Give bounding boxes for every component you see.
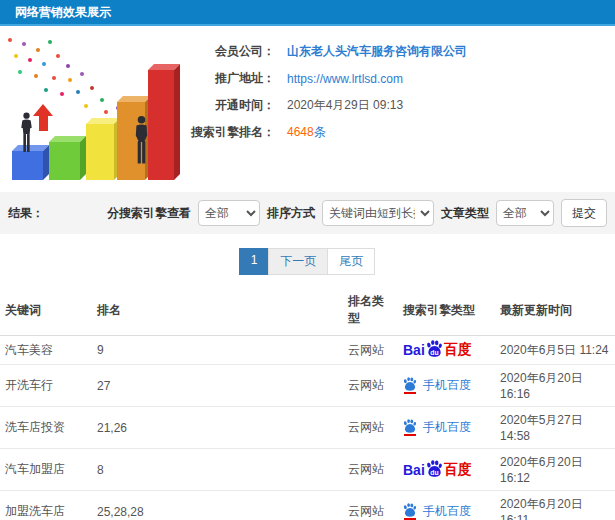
paw-icon: du xyxy=(426,460,443,477)
table-row: 加盟洗车店25,28,28云网站手机百度2020年6月20日 16:11 xyxy=(0,491,615,520)
info-row-rank-count: 搜索引擎排名： 4648条 xyxy=(185,119,615,146)
col-engine-type: 搜索引擎类型 xyxy=(398,287,495,336)
rank-count-value: 4648条 xyxy=(287,124,326,141)
mobile-baidu-badge: 手机百度 xyxy=(403,419,471,436)
confetti-dots xyxy=(8,38,12,42)
engine-cell: 手机百度 xyxy=(398,365,495,407)
sort-filter-select[interactable]: 关键词由短到长排序 xyxy=(322,200,434,226)
company-name-link[interactable]: 山东老人头汽车服务咨询有限公司 xyxy=(287,43,467,60)
time-cell: 2020年6月20日 16:16 xyxy=(495,365,615,407)
page-1-button[interactable]: 1 xyxy=(239,248,270,275)
mobile-baidu-badge: 手机百度 xyxy=(403,503,471,520)
svg-text:du: du xyxy=(430,468,438,475)
table-row: 汽车加盟店8云网站Baidu百度2020年6月20日 16:12 xyxy=(0,449,615,491)
rank-type-cell: 云网站 xyxy=(343,491,398,520)
paw-icon xyxy=(403,503,417,517)
paw-icon xyxy=(403,419,417,433)
info-row-open-time: 开通时间： 2020年4月29日 09:13 xyxy=(185,92,615,119)
info-row-company: 会员公司： 山东老人头汽车服务咨询有限公司 xyxy=(185,38,615,65)
result-label: 结果： xyxy=(8,205,44,222)
rank-type-cell: 云网站 xyxy=(343,449,398,491)
company-label: 会员公司： xyxy=(185,43,275,60)
bar-chart-illustration xyxy=(0,30,185,188)
engine-filter-label: 分搜索引擎查看 xyxy=(107,205,191,222)
rank-cell: 27 xyxy=(92,365,343,407)
engine-cell: Baidu百度 xyxy=(398,449,495,491)
chart-bar-blue xyxy=(12,151,43,180)
growth-arrow-icon xyxy=(33,104,53,131)
chart-bar-red xyxy=(148,70,174,180)
pagination: 1 下一页 尾页 xyxy=(0,248,615,275)
mobile-baidu-icon xyxy=(403,419,417,436)
baidu-logo: Baidu百度 xyxy=(403,341,472,359)
rank-count-number: 4648 xyxy=(287,125,314,139)
time-cell: 2020年6月5日 11:24 xyxy=(495,336,615,365)
time-cell: 2020年5月27日 14:58 xyxy=(495,407,615,449)
submit-button[interactable]: 提交 xyxy=(561,199,607,227)
company-info-list: 会员公司： 山东老人头汽车服务咨询有限公司 推广地址： https://www.… xyxy=(185,26,615,146)
table-header-row: 关键词 排名 排名类型 搜索引擎类型 最新更新时间 xyxy=(0,287,615,336)
engine-cell: 手机百度 xyxy=(398,491,495,520)
sort-filter-label: 排序方式 xyxy=(267,205,315,222)
businessman-figure-right xyxy=(132,114,151,166)
chart-bar-green xyxy=(49,142,80,180)
table-row: 汽车美容9云网站Baidu百度2020年6月5日 11:24 xyxy=(0,336,615,365)
keyword-cell: 汽车美容 xyxy=(0,336,92,365)
article-type-label: 文章类型 xyxy=(441,205,489,222)
col-update-time: 最新更新时间 xyxy=(495,287,615,336)
businessman-figure-left xyxy=(18,112,35,154)
col-rank: 排名 xyxy=(92,287,343,336)
paw-icon xyxy=(403,377,417,391)
article-type-select[interactable]: 全部 xyxy=(496,200,554,226)
keyword-cell: 洗车店投资 xyxy=(0,407,92,449)
rank-cell: 8 xyxy=(92,449,343,491)
paw-icon: du xyxy=(426,340,443,357)
mobile-baidu-icon xyxy=(403,377,417,394)
last-page-button[interactable]: 尾页 xyxy=(327,248,375,275)
header-bar: 网络营销效果展示 xyxy=(0,0,615,26)
col-keyword: 关键词 xyxy=(0,287,92,336)
open-time-value: 2020年4月29日 09:13 xyxy=(287,97,403,114)
rank-count-unit: 条 xyxy=(314,125,326,139)
rank-count-label: 搜索引擎排名： xyxy=(185,124,275,141)
rank-type-cell: 云网站 xyxy=(343,336,398,365)
ranking-table-body: 汽车美容9云网站Baidu百度2020年6月5日 11:24开洗车行27云网站手… xyxy=(0,336,615,520)
info-row-url: 推广地址： https://www.lrtlsd.com xyxy=(185,65,615,92)
baidu-logo: Baidu百度 xyxy=(403,461,472,479)
promo-url-link[interactable]: https://www.lrtlsd.com xyxy=(287,72,403,86)
rank-cell: 25,28,28 xyxy=(92,491,343,520)
table-row: 洗车店投资21,26云网站手机百度2020年5月27日 14:58 xyxy=(0,407,615,449)
time-cell: 2020年6月20日 16:12 xyxy=(495,449,615,491)
col-rank-type: 排名类型 xyxy=(343,287,398,336)
svg-text:du: du xyxy=(430,349,438,356)
keyword-cell: 汽车加盟店 xyxy=(0,449,92,491)
keyword-cell: 开洗车行 xyxy=(0,365,92,407)
keyword-cell: 加盟洗车店 xyxy=(0,491,92,520)
page-title: 网络营销效果展示 xyxy=(0,4,111,21)
promo-url-label: 推广地址： xyxy=(185,70,275,87)
engine-cell: Baidu百度 xyxy=(398,336,495,365)
time-cell: 2020年6月20日 16:11 xyxy=(495,491,615,520)
engine-cell: 手机百度 xyxy=(398,407,495,449)
chart-bar-yellow xyxy=(86,124,114,180)
ranking-table: 关键词 排名 排名类型 搜索引擎类型 最新更新时间 汽车美容9云网站Baidu百… xyxy=(0,287,615,520)
table-row: 开洗车行27云网站手机百度2020年6月20日 16:16 xyxy=(0,365,615,407)
filter-bar: 结果： 分搜索引擎查看 全部 排序方式 关键词由短到长排序 文章类型 全部 提交 xyxy=(0,192,615,234)
filter-controls: 分搜索引擎查看 全部 排序方式 关键词由短到长排序 文章类型 全部 提交 xyxy=(107,199,607,227)
next-page-button[interactable]: 下一页 xyxy=(268,248,328,275)
mobile-baidu-badge: 手机百度 xyxy=(403,377,471,394)
rank-type-cell: 云网站 xyxy=(343,365,398,407)
rank-cell: 9 xyxy=(92,336,343,365)
engine-filter-select[interactable]: 全部 xyxy=(198,200,260,226)
rank-type-cell: 云网站 xyxy=(343,407,398,449)
mobile-baidu-icon xyxy=(403,503,417,520)
info-section: 会员公司： 山东老人头汽车服务咨询有限公司 推广地址： https://www.… xyxy=(0,26,615,190)
rank-cell: 21,26 xyxy=(92,407,343,449)
open-time-label: 开通时间： xyxy=(185,97,275,114)
